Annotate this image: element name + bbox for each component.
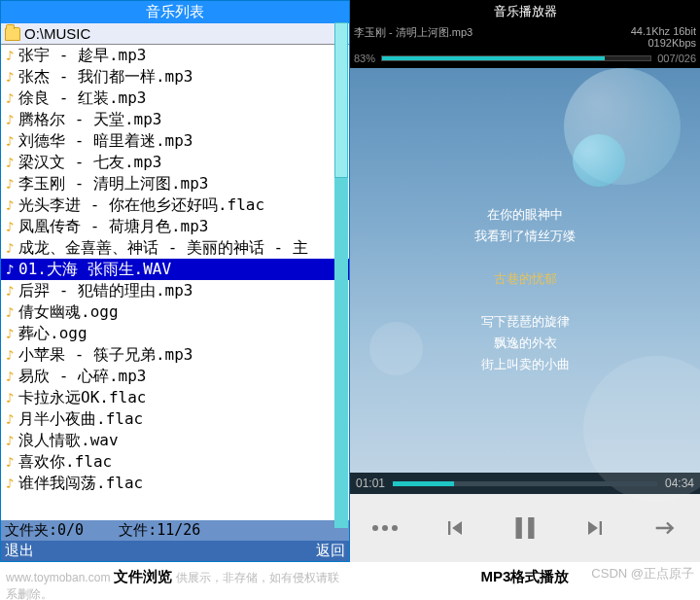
player-controls [350, 494, 700, 562]
footer: www.toymoban.com 文件浏览 供展示，非存储，如有侵权请联系删除。… [0, 565, 700, 600]
footer-label-left: 文件浏览 [114, 568, 172, 584]
list-item-label: 卡拉永远OK.flac [18, 387, 146, 408]
list-item[interactable]: ♪张杰 - 我们都一样.mp3 [1, 66, 349, 88]
list-item[interactable]: ♪光头李进 - 你在他乡还好吗.flac [1, 194, 349, 216]
buffer-track[interactable] [381, 55, 651, 61]
bokeh-circle [573, 134, 625, 187]
lyric-line [350, 290, 700, 311]
track-index: 007/026 [657, 53, 696, 64]
music-note-icon: ♪ [3, 91, 17, 105]
list-item-label: 梁汉文 - 七友.mp3 [18, 152, 161, 173]
lyric-line: 街上叫卖的小曲 [350, 354, 700, 375]
now-playing-bar: 李玉刚 - 清明上河图.mp3 44.1Khz 16bit 0192Kbps [350, 23, 700, 51]
list-item[interactable]: ♪凤凰传奇 - 荷塘月色.mp3 [1, 216, 349, 237]
music-player-panel: 音乐播放器 李玉刚 - 清明上河图.mp3 44.1Khz 16bit 0192… [350, 0, 700, 562]
music-note-icon: ♪ [3, 70, 17, 84]
music-note-icon: ♪ [3, 434, 17, 447]
footer-copy-domain: www.toymoban.com [6, 571, 110, 584]
list-item[interactable]: ♪喜欢你.flac [1, 451, 349, 473]
list-item-label: 光头李进 - 你在他乡还好吗.flac [18, 194, 264, 216]
vertical-scrollbar[interactable] [334, 22, 348, 528]
next-button[interactable] [573, 506, 617, 550]
lyric-line: 飘逸的外衣 [350, 333, 700, 354]
scrollbar-thumb[interactable] [334, 22, 348, 178]
list-item[interactable]: ♪倩女幽魂.ogg [1, 301, 349, 323]
list-item-label: 后羿 - 犯错的理由.mp3 [18, 280, 192, 301]
list-item-label: 葬心.ogg [18, 323, 88, 344]
browser-title: 音乐列表 [1, 1, 349, 23]
list-item[interactable]: ♪葬心.ogg [1, 323, 349, 344]
player-title: 音乐播放器 [350, 0, 700, 23]
bottom-bar: 退出 返回 [1, 541, 349, 561]
list-item-label: 浪人情歌.wav [18, 430, 119, 451]
now-playing-track: 李玉刚 - 清明上河图.mp3 [354, 25, 472, 49]
path-text: O:\MUSIC [24, 25, 90, 42]
list-item[interactable]: ♪易欣 - 心碎.mp3 [1, 366, 349, 387]
list-item[interactable]: ♪小苹果 - 筷子兄弟.mp3 [1, 344, 349, 366]
list-item-label: 01.大海 张雨生.WAV [18, 259, 171, 280]
music-note-icon: ♪ [3, 241, 17, 255]
lyrics-area: 在你的眼神中我看到了情丝万缕 古巷的忧郁 写下琵琶的旋律飘逸的外衣街上叫卖的小曲 [350, 68, 700, 473]
folder-count: 文件夹:0/0 [5, 521, 84, 540]
music-note-icon: ♪ [3, 113, 17, 126]
music-note-icon: ♪ [3, 220, 17, 233]
list-item[interactable]: ♪成龙、金喜善、神话 - 美丽的神话 - 主 [1, 237, 349, 259]
music-note-icon: ♪ [3, 177, 17, 191]
music-note-icon: ♪ [3, 49, 17, 62]
list-item-label: 月半小夜曲.flac [18, 408, 143, 430]
lyric-line: 在你的眼神中 [350, 204, 700, 226]
seek-fill [393, 481, 454, 486]
list-item-label: 张杰 - 我们都一样.mp3 [18, 66, 192, 88]
music-note-icon: ♪ [3, 156, 17, 169]
list-item[interactable]: ♪腾格尔 - 天堂.mp3 [1, 109, 349, 130]
lyric-line [350, 247, 700, 268]
time-current: 01:01 [356, 476, 385, 490]
list-item[interactable]: ♪01.大海 张雨生.WAV [1, 259, 349, 280]
list-item[interactable]: ♪月半小夜曲.flac [1, 408, 349, 430]
lyric-line: 古巷的忧郁 [350, 268, 700, 290]
list-item-label: 李玉刚 - 清明上河图.mp3 [18, 173, 208, 194]
list-item[interactable]: ♪徐良 - 红装.mp3 [1, 88, 349, 109]
list-item[interactable]: ♪浪人情歌.wav [1, 430, 349, 451]
seek-track[interactable] [393, 481, 657, 486]
music-note-icon: ♪ [3, 284, 17, 298]
buffer-bar: 83% 007/026 [350, 51, 700, 68]
arrow-right-icon [651, 514, 679, 542]
list-item[interactable]: ♪李玉刚 - 清明上河图.mp3 [1, 173, 349, 194]
list-item-label: 谁伴我闯荡.flac [18, 473, 143, 494]
list-item[interactable]: ♪后羿 - 犯错的理由.mp3 [1, 280, 349, 301]
dots-icon [372, 525, 398, 531]
arrow-right-button[interactable] [643, 506, 687, 550]
music-note-icon: ♪ [3, 198, 17, 212]
pause-icon [507, 510, 543, 547]
buffer-fill [382, 56, 605, 60]
file-count: 文件:11/26 [119, 521, 200, 540]
bitrate: 0192Kbps [648, 37, 696, 49]
back-button[interactable]: 返回 [316, 542, 345, 560]
music-note-icon: ♪ [3, 263, 17, 276]
list-item-label: 张宇 - 趁早.mp3 [18, 45, 146, 66]
skip-next-icon [581, 514, 609, 542]
list-item[interactable]: ♪卡拉永远OK.flac [1, 387, 349, 408]
status-bar: 文件夹:0/0 文件:11/26 [1, 520, 349, 541]
music-note-icon: ♪ [3, 327, 17, 340]
list-item[interactable]: ♪梁汉文 - 七友.mp3 [1, 152, 349, 173]
previous-button[interactable] [433, 506, 477, 550]
skip-previous-icon [441, 514, 469, 542]
list-item-label: 喜欢你.flac [18, 451, 112, 473]
music-note-icon: ♪ [3, 412, 17, 426]
music-note-icon: ♪ [3, 391, 17, 405]
music-note-icon: ♪ [3, 476, 17, 490]
more-button[interactable] [363, 506, 407, 550]
buffer-percent: 83% [354, 53, 375, 64]
file-browser-panel: 音乐列表 O:\MUSIC ♪张宇 - 趁早.mp3♪张杰 - 我们都一样.mp… [0, 0, 350, 562]
list-item[interactable]: ♪张宇 - 趁早.mp3 [1, 45, 349, 66]
exit-button[interactable]: 退出 [5, 542, 34, 560]
music-note-icon: ♪ [3, 370, 17, 383]
pause-button[interactable] [503, 506, 547, 550]
list-item[interactable]: ♪刘德华 - 暗里着迷.mp3 [1, 130, 349, 152]
list-item[interactable]: ♪谁伴我闯荡.flac [1, 473, 349, 494]
sample-rate: 44.1Khz 16bit [631, 25, 696, 37]
lyrics-block: 在你的眼神中我看到了情丝万缕 古巷的忧郁 写下琵琶的旋律飘逸的外衣街上叫卖的小曲 [350, 204, 700, 375]
path-bar[interactable]: O:\MUSIC [1, 23, 349, 45]
